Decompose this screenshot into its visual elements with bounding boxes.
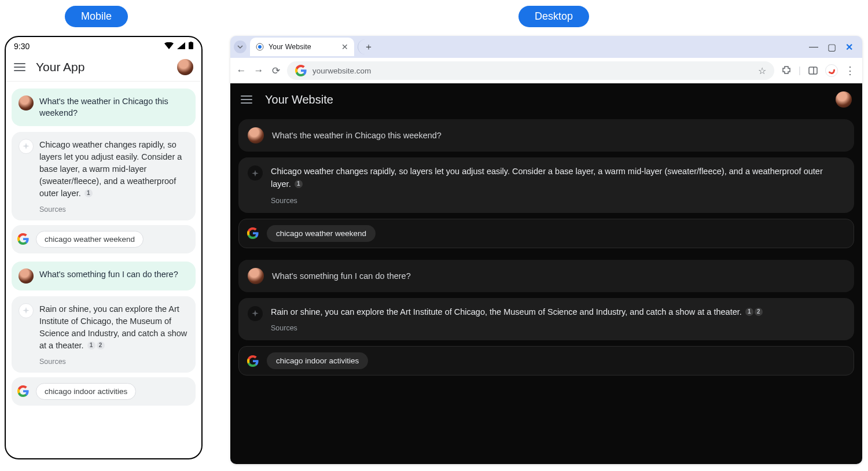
sources-link[interactable]: Sources xyxy=(39,358,189,366)
user-avatar xyxy=(19,95,34,111)
ai-message: Rain or shine, you can explore the Art I… xyxy=(12,296,196,373)
citation-badge[interactable]: 1 xyxy=(84,189,93,197)
menu-icon[interactable] xyxy=(14,63,25,71)
new-tab-button[interactable]: ＋ xyxy=(358,39,373,54)
browser-toolbar: ← → ⟳ yourwebsite.com ☆ | ⋮ xyxy=(230,58,862,83)
app-title: Your App xyxy=(36,60,177,74)
minimize-button[interactable]: — xyxy=(809,42,818,53)
mobile-frame: 9:30 Your App What's the weather in Chic… xyxy=(5,36,203,459)
browser-tab[interactable]: Your Website ✕ xyxy=(250,38,354,56)
message-text: What's something fun I can do there? xyxy=(39,268,178,284)
forward-button[interactable]: → xyxy=(252,65,265,76)
close-tab-button[interactable]: ✕ xyxy=(341,42,348,51)
citation-badge[interactable]: 1 xyxy=(745,308,753,316)
google-icon xyxy=(295,65,307,76)
status-time: 9:30 xyxy=(14,42,30,51)
user-message: What's the weather in Chicago this weeke… xyxy=(12,89,196,126)
url-text: yourwebsite.com xyxy=(312,67,371,75)
svg-rect-0 xyxy=(189,42,193,49)
search-suggestion-chip[interactable]: chicago weather weekend xyxy=(267,225,376,242)
message-text: What's the weather in Chicago this weeke… xyxy=(39,95,189,119)
window-controls: — ▢ ✕ xyxy=(809,42,859,53)
ai-message: Chicago weather changes rapidly, so laye… xyxy=(12,132,196,220)
sources-link[interactable]: Sources xyxy=(39,205,189,214)
site-header: Your Website xyxy=(230,83,862,116)
ai-avatar xyxy=(19,303,34,318)
search-suggestion-chip[interactable]: chicago weather weekend xyxy=(36,231,144,248)
status-bar: 9:30 xyxy=(6,37,201,53)
site-title: Your Website xyxy=(265,93,333,106)
site-favicon xyxy=(256,43,264,51)
tab-title: Your Website xyxy=(269,43,311,51)
svg-rect-1 xyxy=(190,42,192,43)
message-text: What's the weather in Chicago this weeke… xyxy=(272,131,442,140)
message-text: Chicago weather changes rapidly, so laye… xyxy=(271,165,845,191)
message-text: Rain or shine, you can explore the Art I… xyxy=(39,303,189,352)
mobile-label: Mobile xyxy=(65,6,128,27)
sparkle-icon xyxy=(251,309,260,318)
ai-message: Chicago weather changes rapidly, so laye… xyxy=(238,157,854,213)
citation-badge[interactable]: 2 xyxy=(755,308,763,316)
toolbar-actions: | ⋮ xyxy=(779,64,858,77)
browser-tabstrip: Your Website ✕ ＋ — ▢ ✕ xyxy=(230,36,862,58)
suggestion-row: chicago weather weekend xyxy=(238,219,854,248)
message-text: What's something fun I can do there? xyxy=(272,271,411,281)
desktop-label: Desktop xyxy=(518,6,589,27)
svg-point-3 xyxy=(258,45,262,49)
sources-link[interactable]: Sources xyxy=(271,324,763,332)
user-message: What's the weather in Chicago this weeke… xyxy=(238,119,854,152)
ai-avatar xyxy=(248,306,263,321)
citation-badge[interactable]: 2 xyxy=(97,341,105,349)
site-menu-icon[interactable] xyxy=(241,95,252,104)
user-avatar xyxy=(248,268,264,284)
status-icons xyxy=(163,42,193,51)
ai-avatar xyxy=(248,165,263,181)
chevron-down-icon xyxy=(237,44,243,50)
mobile-topbar: Your App xyxy=(6,53,201,82)
user-message: What's something fun I can do there? xyxy=(12,262,196,290)
bookmark-icon[interactable]: ☆ xyxy=(758,65,766,76)
address-bar[interactable]: yourwebsite.com ☆ xyxy=(287,61,774,80)
profile-button[interactable] xyxy=(825,64,838,77)
citation-badge[interactable]: 1 xyxy=(295,180,303,188)
ai-avatar xyxy=(19,139,34,154)
battery-icon xyxy=(189,42,193,49)
desktop-frame: Your Website ✕ ＋ — ▢ ✕ ← → ⟳ yourwebsite… xyxy=(230,36,862,464)
user-avatar xyxy=(248,127,264,143)
overflow-menu-button[interactable]: ⋮ xyxy=(845,64,855,77)
suggestion-row: chicago indoor activities xyxy=(238,346,854,376)
suggestion-row: chicago indoor activities xyxy=(12,377,196,406)
close-window-button[interactable]: ✕ xyxy=(845,42,853,53)
back-button[interactable]: ← xyxy=(235,65,248,76)
user-avatar xyxy=(19,268,34,284)
google-icon xyxy=(247,355,259,367)
page-content: Your Website What's the weather in Chica… xyxy=(230,83,862,464)
site-profile-avatar[interactable] xyxy=(836,91,852,108)
citation-badge[interactable]: 1 xyxy=(87,341,95,349)
google-icon xyxy=(247,227,259,239)
message-text: Chicago weather changes rapidly, so laye… xyxy=(39,139,189,200)
divider: | xyxy=(799,65,801,76)
suggestion-row: chicago weather weekend xyxy=(12,225,196,253)
sources-link[interactable]: Sources xyxy=(271,197,845,205)
search-suggestion-chip[interactable]: chicago indoor activities xyxy=(267,352,368,369)
user-message: What's something fun I can do there? xyxy=(238,260,854,292)
sidepanel-icon[interactable] xyxy=(808,65,818,76)
google-icon xyxy=(17,385,29,397)
maximize-button[interactable]: ▢ xyxy=(827,42,836,53)
google-icon xyxy=(17,233,29,245)
message-text: Rain or shine, you can explore the Art I… xyxy=(271,306,763,319)
signal-icon xyxy=(177,42,185,49)
ai-message: Rain or shine, you can explore the Art I… xyxy=(238,298,854,341)
sparkle-icon xyxy=(251,169,260,178)
reload-button[interactable]: ⟳ xyxy=(270,65,282,77)
wifi-icon xyxy=(164,42,174,49)
extensions-icon[interactable] xyxy=(781,65,792,76)
sparkle-icon xyxy=(21,142,31,150)
svg-rect-4 xyxy=(809,67,817,74)
sparkle-icon xyxy=(21,306,31,315)
tab-search-button[interactable] xyxy=(234,41,247,53)
search-suggestion-chip[interactable]: chicago indoor activities xyxy=(36,383,136,400)
profile-avatar[interactable] xyxy=(177,59,193,75)
